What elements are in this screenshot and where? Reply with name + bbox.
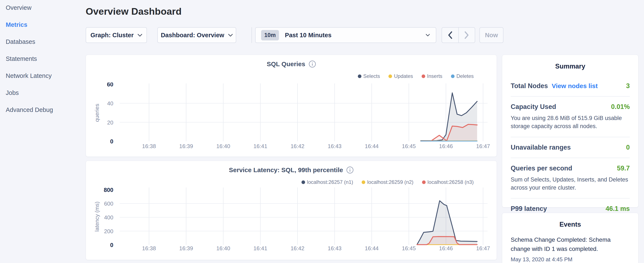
svg-text:400: 400 (104, 214, 113, 221)
svg-text:16:39: 16:39 (179, 245, 193, 251)
legend-dot-icon (451, 75, 454, 78)
chevron-down-icon (426, 34, 430, 36)
svg-text:16:38: 16:38 (142, 143, 156, 149)
chart-title: Service Latency: SQL, 99th percentile (229, 166, 343, 174)
legend-item[interactable]: Updates (388, 73, 413, 79)
page-title: Overview Dashboard (86, 6, 182, 17)
qps-label: Queries per second (511, 164, 572, 172)
legend-item[interactable]: Inserts (422, 73, 442, 79)
svg-text:16:39: 16:39 (179, 143, 193, 149)
sidebar-item-databases[interactable]: Databases (0, 33, 81, 50)
legend-dot-icon (422, 75, 425, 78)
svg-text:16:46: 16:46 (439, 245, 453, 251)
sidebar-item-statements[interactable]: Statements (0, 50, 81, 67)
svg-text:16:44: 16:44 (365, 245, 379, 251)
sql-queries-chart-card: SQL Queries SelectsUpdatesInsertsDeletes… (86, 55, 497, 157)
time-range-badge: 10m (261, 30, 279, 41)
qps-value: 59.7 (617, 164, 630, 172)
legend-dot-icon (362, 180, 365, 184)
legend-dot-icon (422, 180, 426, 184)
svg-text:600: 600 (104, 200, 113, 207)
chart-legend: SelectsUpdatesInsertsDeletes (358, 73, 474, 79)
summary-qps: Queries per second 59.7 Sum of Selects, … (511, 158, 630, 198)
svg-text:200: 200 (104, 228, 113, 234)
legend-dot-icon (302, 180, 305, 184)
total-nodes-label: Total Nodes (511, 82, 548, 90)
chart-legend: localhost:26257 (n1)localhost:26259 (n2)… (302, 179, 474, 185)
summary-capacity: Capacity Used 0.01% You are using 28.6 M… (511, 96, 630, 137)
dashboard-dropdown[interactable]: Dashboard: Overview (157, 27, 236, 43)
svg-text:16:45: 16:45 (402, 245, 416, 251)
info-icon[interactable] (346, 166, 354, 174)
svg-text:40: 40 (107, 100, 113, 107)
graph-dropdown-label: Graph: Cluster (90, 32, 134, 39)
svg-text:16:43: 16:43 (328, 143, 342, 149)
svg-text:latency (ms): latency (ms) (94, 201, 100, 232)
legend-dot-icon (388, 75, 392, 78)
sidebar-item-metrics[interactable]: Metrics (0, 16, 81, 33)
time-step-buttons (442, 27, 475, 43)
svg-text:16:47: 16:47 (476, 143, 490, 149)
chart-plot: 020040060080016:3816:3916:4016:4116:4216… (86, 186, 497, 255)
sidebar-item-overview[interactable]: Overview (0, 0, 81, 16)
sidebar-nav: Overview Metrics Databases Statements Ne… (0, 0, 81, 118)
summary-heading: Summary (502, 55, 638, 70)
summary-panel: Summary Total Nodes View nodes list 3 Ca… (502, 55, 638, 207)
event-item[interactable]: Schema Change Completed: Schema change w… (502, 235, 638, 254)
summary-unavailable-ranges: Unavailable ranges 0 (511, 137, 630, 158)
events-panel: Events Schema Change Completed: Schema c… (502, 213, 638, 263)
capacity-used-desc: You are using 28.6 MiB of 515.9 GiB usab… (511, 114, 630, 130)
legend-dot-icon (358, 75, 362, 78)
legend-item[interactable]: localhost:26258 (n3) (422, 179, 474, 185)
svg-text:60: 60 (107, 83, 113, 88)
next-time-button[interactable] (458, 28, 475, 43)
svg-text:16:44: 16:44 (365, 143, 379, 149)
svg-text:16:41: 16:41 (254, 143, 267, 149)
unavailable-ranges-label: Unavailable ranges (511, 144, 571, 151)
chevron-down-icon (138, 34, 142, 37)
qps-desc: Sum of Selects, Updates, Inserts, and De… (511, 176, 630, 192)
capacity-used-value: 0.01% (611, 103, 630, 111)
summary-total-nodes: Total Nodes View nodes list 3 (511, 76, 630, 96)
svg-text:16:47: 16:47 (476, 245, 490, 251)
prev-time-button[interactable] (442, 28, 458, 43)
svg-text:16:40: 16:40 (216, 245, 230, 251)
legend-item[interactable]: Deletes (451, 73, 474, 79)
sidebar-item-advanced-debug[interactable]: Advanced Debug (0, 101, 81, 118)
chart-title: SQL Queries (266, 60, 305, 68)
dashboard-dropdown-label: Dashboard: Overview (161, 32, 224, 39)
svg-text:16:42: 16:42 (291, 245, 304, 251)
controls-bar: Graph: Cluster Dashboard: Overview 10m P… (86, 27, 511, 43)
p99-latency-value: 46.1 ms (606, 205, 630, 212)
event-timestamp: May 13, 2020 at 4:45 PM (502, 256, 638, 263)
svg-text:20: 20 (107, 119, 113, 126)
legend-item[interactable]: localhost:26257 (n1) (302, 179, 353, 185)
now-button[interactable]: Now (480, 27, 504, 43)
graph-dropdown[interactable]: Graph: Cluster (86, 27, 147, 43)
sidebar-item-network-latency[interactable]: Network Latency (0, 67, 81, 84)
sidebar: Overview Metrics Databases Statements Ne… (0, 0, 81, 263)
legend-item[interactable]: localhost:26259 (n2) (362, 179, 413, 185)
view-nodes-list-link[interactable]: View nodes list (552, 82, 598, 90)
now-button-label: Now (485, 32, 498, 39)
sidebar-item-jobs[interactable]: Jobs (0, 84, 81, 101)
p99-latency-label: P99 latency (511, 205, 547, 212)
legend-item[interactable]: Selects (358, 73, 380, 79)
chart-plot: 020406016:3816:3916:4016:4116:4216:4316:… (86, 83, 497, 153)
events-heading: Events (502, 213, 638, 228)
info-icon[interactable] (309, 60, 316, 68)
svg-text:0: 0 (110, 242, 113, 248)
svg-text:16:46: 16:46 (439, 143, 453, 149)
chevron-down-icon (228, 34, 233, 37)
svg-text:queries: queries (94, 104, 100, 122)
svg-text:16:40: 16:40 (216, 143, 230, 149)
controls-divider (252, 27, 252, 43)
capacity-used-label: Capacity Used (511, 103, 556, 111)
chevron-left-icon (448, 31, 452, 39)
svg-text:16:38: 16:38 (142, 245, 156, 251)
svg-text:16:45: 16:45 (402, 143, 416, 149)
svg-text:16:42: 16:42 (291, 143, 304, 149)
svg-text:0: 0 (110, 138, 113, 145)
time-range-selector[interactable]: 10m Past 10 Minutes (255, 27, 436, 43)
total-nodes-value: 3 (626, 82, 630, 90)
